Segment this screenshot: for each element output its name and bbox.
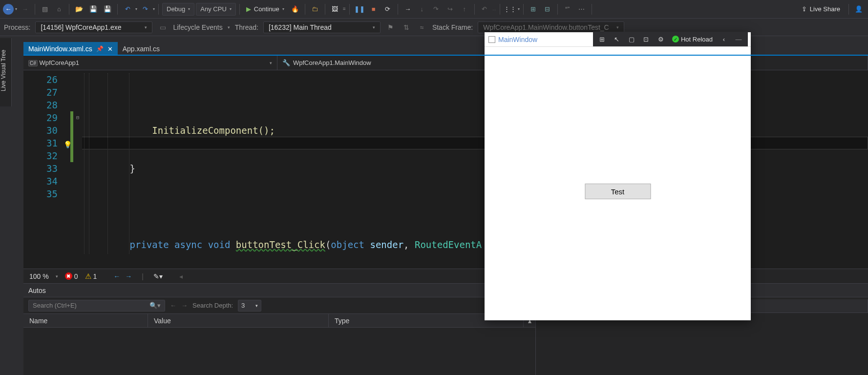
new-item-icon[interactable]: ▧ xyxy=(39,3,51,16)
tab-mainwindow[interactable]: MainWindow.xaml.cs 📌 ✕ xyxy=(23,42,118,56)
live-visual-tree-tab[interactable]: Live Visual Tree xyxy=(0,38,12,106)
search-depth-input[interactable]: 3▾ xyxy=(238,300,261,312)
warning-count[interactable]: ⚠1 xyxy=(85,272,97,281)
search-icon[interactable]: 🔍▾ xyxy=(149,302,161,309)
redo-icon[interactable]: ↷ xyxy=(139,3,151,16)
process-dropdown[interactable]: [14156] WpfCoreApp1.exe▾ xyxy=(35,21,152,33)
fold-gutter[interactable]: ⊟ xyxy=(73,70,82,269)
breadcrumb-project[interactable]: C# WpfCoreApp1 ▾ xyxy=(23,56,277,70)
visual-tree-icon[interactable]: ⊞ xyxy=(596,34,609,44)
save-all-icon[interactable]: 💾 xyxy=(101,3,114,16)
nav-back-icon[interactable]: ← xyxy=(170,302,176,309)
threads-icon[interactable]: ≈ xyxy=(417,23,427,31)
show-next-icon[interactable]: ↓ xyxy=(416,3,428,16)
settings-icon[interactable]: ⚙ xyxy=(655,34,667,44)
step-out-icon[interactable]: ↑ xyxy=(458,3,471,16)
autos-columns: Name Value Type ▴ xyxy=(23,314,535,328)
undo-icon[interactable]: ↶ xyxy=(121,3,134,16)
open-icon[interactable]: 📂 xyxy=(73,3,85,16)
thread-dropdown[interactable]: [16232] Main Thread▾ xyxy=(263,21,381,33)
close-icon[interactable]: ✕ xyxy=(107,45,113,53)
hot-reload-indicator[interactable]: ✓Hot Reload xyxy=(669,36,716,43)
autos-title: Autos xyxy=(28,287,46,294)
step-over-icon[interactable]: ↪ xyxy=(444,3,457,16)
filter-icon[interactable]: ⇅ xyxy=(401,23,412,31)
save-icon[interactable]: 💾 xyxy=(87,3,100,16)
autos-panel: Autos ▾ 📌 ✕ Search (Ctrl+E) 🔍▾ ← → Searc… xyxy=(23,283,536,375)
config-dropdown[interactable]: Debug▾ xyxy=(162,3,194,16)
tab-appxaml[interactable]: App.xaml.cs xyxy=(118,42,165,56)
child-title-text: MainWindow xyxy=(498,36,537,43)
continue-button[interactable]: ▶Continue▾ xyxy=(243,3,287,16)
minimize-icon[interactable]: — xyxy=(732,34,745,44)
tab-label: App.xaml.cs xyxy=(123,45,160,53)
tab-label: MainWindow.xaml.cs xyxy=(28,45,92,53)
stackframe-dropdown[interactable]: WpfCoreApp1.MainWindow.buttonTest_C▾ xyxy=(478,21,624,33)
intellisense-icon[interactable]: ⋮⋮ xyxy=(504,3,516,16)
layout2-icon[interactable]: ⊟ xyxy=(541,3,554,16)
autos-search-input[interactable]: Search (Ctrl+E) 🔍▾ xyxy=(28,300,165,312)
line-number-gutter: 26 27 28 29 30 31 32 33 34 35 💡 xyxy=(23,70,70,269)
uncomment-icon[interactable]: ⋯ xyxy=(575,3,588,16)
stackframe-label: Stack Frame: xyxy=(432,23,473,31)
test-button[interactable]: Test xyxy=(585,184,651,199)
process-label: Process: xyxy=(4,23,30,31)
pin-icon[interactable]: 📌 xyxy=(96,45,104,52)
home-icon[interactable]: ⌂ xyxy=(53,3,65,16)
lightbulb-icon[interactable]: 💡 xyxy=(64,138,72,151)
platform-dropdown[interactable]: Any CPU▾ xyxy=(196,3,235,16)
pause-icon[interactable]: ❚❚ xyxy=(353,3,366,16)
col-name[interactable]: Name xyxy=(23,314,148,327)
depth-label: Search Depth: xyxy=(192,302,233,309)
main-toolbar: ← ▾ → ▧ ⌂ 📂 💾 💾 ↶ ▾ ↷ ▾ Debug▾ Any CPU▾ … xyxy=(0,0,868,19)
select-element-icon[interactable]: ↖ xyxy=(611,34,623,44)
restart-icon[interactable]: ⟳ xyxy=(381,3,394,16)
app-icon xyxy=(488,36,495,43)
stop-icon[interactable]: ■ xyxy=(367,3,380,16)
nav-back-icon[interactable]: ← xyxy=(3,4,14,15)
pen-icon[interactable]: ✎▾ xyxy=(153,272,163,280)
running-app-window[interactable]: MainWindow ⊞ ↖ ▢ ⊡ ⚙ ✓Hot Reload ‹ — Tes… xyxy=(485,32,751,320)
nav-forward-icon: → xyxy=(19,3,31,16)
active-tab-indicator xyxy=(23,55,868,56)
error-count[interactable]: ✖0 xyxy=(65,272,78,280)
next-issue-icon[interactable]: → xyxy=(125,272,132,280)
flag-icon[interactable]: ⚑ xyxy=(385,23,396,31)
collapse-icon[interactable]: ‹ xyxy=(718,34,730,44)
hot-reload-icon[interactable]: 🔥 xyxy=(289,3,301,16)
thread-label: Thread: xyxy=(235,23,258,31)
prev-issue-icon[interactable]: ← xyxy=(113,272,120,280)
lifecycle-icon[interactable]: ▭ xyxy=(157,23,168,31)
col-value[interactable]: Value xyxy=(148,314,329,327)
step-into-icon[interactable]: ↷ xyxy=(430,3,443,16)
browse-icon[interactable]: 🗀 xyxy=(309,3,321,16)
nav-fwd-icon[interactable]: → xyxy=(181,302,188,309)
account-icon[interactable]: 👤 xyxy=(852,3,865,16)
step-into-return-icon[interactable]: → xyxy=(402,3,414,16)
child-window-body: Test xyxy=(485,47,751,320)
layout-adorner-icon[interactable]: ▢ xyxy=(625,34,638,44)
lifecycle-label[interactable]: Lifecycle Events xyxy=(173,23,222,31)
undo2-icon[interactable]: ↶ xyxy=(478,3,491,16)
zoom-label[interactable]: 100 % xyxy=(29,272,49,280)
layout1-icon[interactable]: ⊞ xyxy=(527,3,540,16)
track-focus-icon[interactable]: ⊡ xyxy=(640,34,653,44)
image-icon[interactable]: 🖼 xyxy=(329,3,341,16)
comment-icon[interactable]: “” xyxy=(561,3,574,16)
live-share-button[interactable]: ⇪Live Share xyxy=(797,5,845,13)
xaml-debug-toolbar: ⊞ ↖ ▢ ⊡ ⚙ ✓Hot Reload ‹ — xyxy=(593,32,748,46)
